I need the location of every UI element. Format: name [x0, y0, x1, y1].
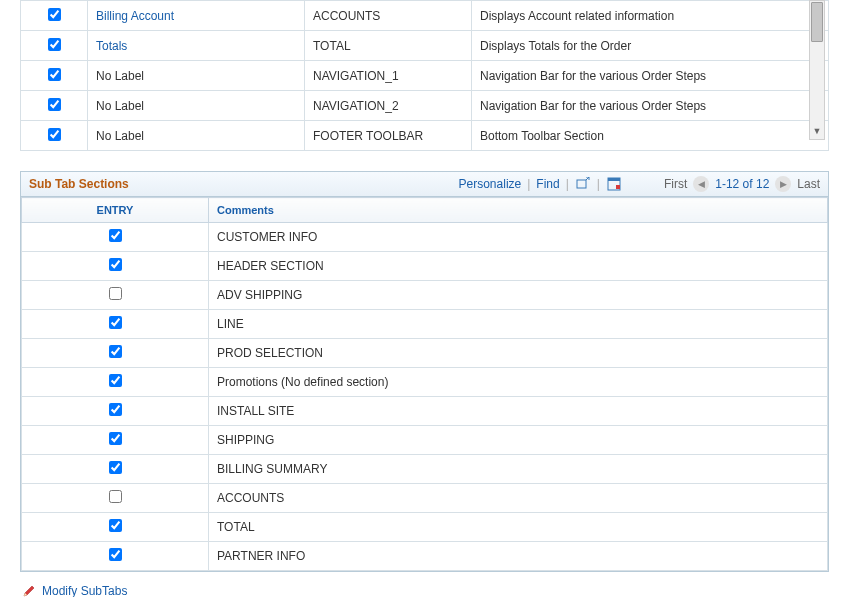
nav-first[interactable]: First — [664, 177, 687, 191]
entry-checkbox[interactable] — [109, 461, 122, 474]
entry-comment: CUSTOMER INFO — [209, 223, 828, 252]
table-row: PROD SELECTION — [22, 339, 828, 368]
entry-comment: PROD SELECTION — [209, 339, 828, 368]
table-row: BILLING SUMMARY — [22, 455, 828, 484]
table-row: HEADER SECTION — [22, 252, 828, 281]
modify-subtabs-row: Modify SubTabs — [22, 584, 829, 597]
grid-toolbar: Personalize | Find | | First ◀ 1-12 of 1… — [459, 176, 820, 192]
section-link[interactable]: Billing Account — [96, 9, 174, 23]
table-row: Billing AccountACCOUNTSDisplays Account … — [21, 1, 829, 31]
sub-tab-sections-panel: Sub Tab Sections Personalize | Find | | … — [20, 171, 829, 572]
entry-checkbox[interactable] — [109, 229, 122, 242]
table-row: LINE — [22, 310, 828, 339]
vertical-scrollbar[interactable]: ▼ — [809, 0, 825, 140]
entry-checkbox[interactable] — [109, 519, 122, 532]
table-row: TOTAL — [22, 513, 828, 542]
table-row: PARTNER INFO — [22, 542, 828, 571]
scrollbar-down-arrow-icon[interactable]: ▼ — [810, 123, 824, 139]
section-desc: Navigation Bar for the various Order Ste… — [472, 61, 829, 91]
section-code: NAVIGATION_1 — [305, 61, 472, 91]
row-checkbox[interactable] — [48, 38, 61, 51]
find-link[interactable]: Find — [536, 177, 559, 191]
nav-next-icon[interactable]: ▶ — [775, 176, 791, 192]
nav-range: 1-12 of 12 — [715, 177, 769, 191]
entry-checkbox[interactable] — [109, 490, 122, 503]
entry-checkbox[interactable] — [109, 403, 122, 416]
table-row: INSTALL SITE — [22, 397, 828, 426]
section-desc: Bottom Toolbar Section — [472, 121, 829, 151]
entry-comment: LINE — [209, 310, 828, 339]
sub-tab-sections-header: Sub Tab Sections Personalize | Find | | … — [21, 172, 828, 197]
entry-comment: BILLING SUMMARY — [209, 455, 828, 484]
sections-table: Billing AccountACCOUNTSDisplays Account … — [20, 0, 829, 151]
row-checkbox[interactable] — [48, 8, 61, 21]
table-row: SHIPPING — [22, 426, 828, 455]
download-icon[interactable] — [606, 176, 622, 192]
entry-checkbox[interactable] — [109, 345, 122, 358]
section-code: NAVIGATION_2 — [305, 91, 472, 121]
table-row: ADV SHIPPING — [22, 281, 828, 310]
entry-comment: Promotions (No defined section) — [209, 368, 828, 397]
table-row: CUSTOMER INFO — [22, 223, 828, 252]
svg-rect-0 — [577, 180, 586, 188]
sub-tab-sections-table: ENTRY Comments CUSTOMER INFOHEADER SECTI… — [21, 197, 828, 571]
section-desc: Navigation Bar for the various Order Ste… — [472, 91, 829, 121]
nav-prev-icon[interactable]: ◀ — [693, 176, 709, 192]
entry-comment: HEADER SECTION — [209, 252, 828, 281]
entry-comment: PARTNER INFO — [209, 542, 828, 571]
section-label: No Label — [96, 99, 144, 113]
entry-comment: ADV SHIPPING — [209, 281, 828, 310]
personalize-link[interactable]: Personalize — [459, 177, 522, 191]
entry-comment: ACCOUNTS — [209, 484, 828, 513]
table-row: No LabelNAVIGATION_1Navigation Bar for t… — [21, 61, 829, 91]
view-all-icon[interactable] — [575, 176, 591, 192]
entry-comment: SHIPPING — [209, 426, 828, 455]
section-code: FOOTER TOOLBAR — [305, 121, 472, 151]
entry-checkbox[interactable] — [109, 287, 122, 300]
section-desc: Displays Account related information — [472, 1, 829, 31]
entry-checkbox[interactable] — [109, 258, 122, 271]
table-row: TotalsTOTALDisplays Totals for the Order — [21, 31, 829, 61]
entry-comment: TOTAL — [209, 513, 828, 542]
scrollbar-thumb[interactable] — [811, 2, 823, 42]
section-link[interactable]: Totals — [96, 39, 127, 53]
sub-tab-sections-title: Sub Tab Sections — [29, 177, 129, 191]
nav-last[interactable]: Last — [797, 177, 820, 191]
entry-comment: INSTALL SITE — [209, 397, 828, 426]
table-row: No LabelNAVIGATION_2Navigation Bar for t… — [21, 91, 829, 121]
entry-checkbox[interactable] — [109, 316, 122, 329]
entry-checkbox[interactable] — [109, 548, 122, 561]
table-row: No LabelFOOTER TOOLBARBottom Toolbar Sec… — [21, 121, 829, 151]
table-row: Promotions (No defined section) — [22, 368, 828, 397]
col-header-entry[interactable]: ENTRY — [22, 198, 209, 223]
col-header-comments[interactable]: Comments — [209, 198, 828, 223]
section-label: No Label — [96, 69, 144, 83]
row-checkbox[interactable] — [48, 68, 61, 81]
row-checkbox[interactable] — [48, 98, 61, 111]
modify-subtabs-link[interactable]: Modify SubTabs — [42, 584, 127, 597]
row-checkbox[interactable] — [48, 128, 61, 141]
section-code: ACCOUNTS — [305, 1, 472, 31]
svg-rect-2 — [608, 178, 620, 181]
svg-rect-3 — [616, 185, 620, 189]
pencil-icon — [22, 584, 36, 597]
section-label: No Label — [96, 129, 144, 143]
table-row: ACCOUNTS — [22, 484, 828, 513]
entry-checkbox[interactable] — [109, 432, 122, 445]
entry-checkbox[interactable] — [109, 374, 122, 387]
section-desc: Displays Totals for the Order — [472, 31, 829, 61]
section-code: TOTAL — [305, 31, 472, 61]
